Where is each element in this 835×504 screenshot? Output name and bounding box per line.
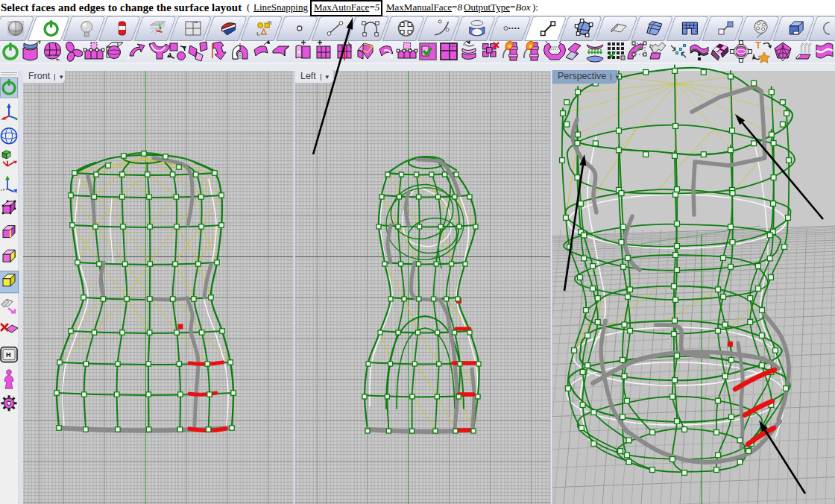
svg-text:H: H (6, 351, 11, 359)
svg-text:T: T (755, 40, 761, 51)
